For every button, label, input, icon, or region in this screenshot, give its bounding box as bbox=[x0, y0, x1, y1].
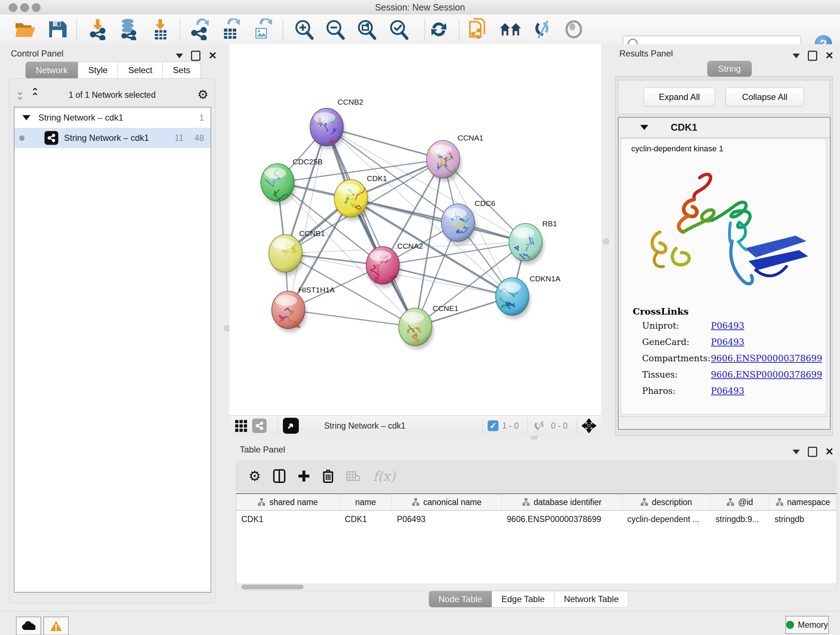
string-view-icon[interactable] bbox=[252, 418, 267, 433]
tab-network-table[interactable]: Network Table bbox=[554, 591, 629, 608]
gene-collapse-icon[interactable] bbox=[640, 125, 648, 130]
network-node-label: CCNA1 bbox=[458, 134, 483, 142]
expand-all-button[interactable]: Expand All bbox=[644, 88, 715, 106]
import-table-file-icon[interactable] bbox=[149, 18, 172, 41]
network-options-gear-icon[interactable]: ⚙ bbox=[197, 87, 208, 102]
network-node-CCNB2[interactable]: CCNB2 bbox=[310, 98, 363, 149]
network-node-CDC25B[interactable]: CDC25B bbox=[261, 157, 323, 205]
memory-label: Memory bbox=[798, 620, 828, 630]
column-header-canonical-name[interactable]: canonical name bbox=[392, 494, 502, 510]
panel-float-icon[interactable] bbox=[191, 51, 201, 61]
toolbar-separator bbox=[278, 418, 278, 433]
panel-menu-icon[interactable] bbox=[793, 450, 800, 454]
network-node-RB1[interactable]: RB1 bbox=[509, 219, 557, 264]
import-network-file-icon[interactable] bbox=[87, 18, 110, 41]
export-network-icon[interactable] bbox=[188, 18, 211, 41]
column-header-description[interactable]: description bbox=[622, 494, 711, 510]
panel-close-icon[interactable]: ✕ bbox=[825, 52, 834, 60]
crosslink-link[interactable]: 9606.ENSP00000378699 bbox=[711, 353, 822, 363]
column-header-database-identifier[interactable]: database identifier bbox=[502, 494, 622, 510]
network-edge[interactable] bbox=[288, 127, 327, 310]
table-toolbar: ⚙ f(x) bbox=[236, 461, 836, 492]
toggle-glass-icon[interactable] bbox=[562, 18, 585, 41]
warning-button[interactable] bbox=[43, 616, 69, 635]
panel-menu-icon[interactable] bbox=[793, 54, 800, 58]
network-node-CCNA2[interactable]: CCNA2 bbox=[366, 242, 423, 288]
panel-float-icon[interactable] bbox=[808, 447, 817, 457]
tab-string[interactable]: String bbox=[707, 61, 752, 77]
cloud-status-button[interactable] bbox=[16, 616, 41, 635]
column-header-id[interactable]: @id bbox=[711, 494, 769, 510]
table-settings-gear-icon[interactable]: ⚙ bbox=[248, 468, 261, 484]
tab-edge-table[interactable]: Edge Table bbox=[492, 591, 554, 608]
crosslink-link[interactable]: 9606.ENSP00000378699 bbox=[711, 370, 822, 380]
vertical-splitter-left[interactable] bbox=[224, 44, 229, 611]
selected-checkbox[interactable]: ✓ bbox=[488, 420, 499, 431]
column-header-shared-name[interactable]: shared name bbox=[236, 494, 340, 510]
grid-view-icon[interactable] bbox=[235, 420, 247, 432]
network-collection-row[interactable]: String Network – cdk1 1 bbox=[14, 108, 210, 128]
zoom-out-icon[interactable] bbox=[324, 18, 347, 41]
share-document-icon[interactable] bbox=[467, 18, 490, 41]
crosslink-link[interactable]: P06493 bbox=[711, 321, 745, 331]
network-node-label: CCNA2 bbox=[397, 242, 423, 250]
zoom-selected-icon[interactable] bbox=[387, 18, 410, 41]
zoom-fit-icon[interactable] bbox=[355, 18, 378, 41]
splitter-handle[interactable] bbox=[603, 238, 609, 244]
tab-network[interactable]: Network bbox=[25, 62, 78, 79]
refresh-icon[interactable] bbox=[427, 18, 450, 41]
pan-crosshair-icon[interactable] bbox=[582, 418, 596, 433]
network-node-CDC6[interactable]: CDC6 bbox=[441, 199, 495, 245]
scrollbar-thumb[interactable] bbox=[241, 585, 303, 589]
add-column-icon[interactable] bbox=[298, 470, 310, 482]
open-session-icon[interactable] bbox=[14, 18, 37, 41]
memory-button[interactable]: Memory bbox=[785, 616, 829, 634]
tab-select[interactable]: Select bbox=[118, 62, 163, 79]
collection-expand-icon[interactable] bbox=[22, 115, 30, 120]
network-node-CCNE1[interactable]: CCNE1 bbox=[399, 304, 458, 349]
panel-close-icon[interactable]: ✕ bbox=[208, 52, 217, 60]
hidden-eye-icon[interactable] bbox=[533, 420, 547, 431]
delete-column-icon[interactable] bbox=[322, 469, 334, 483]
column-header-name[interactable]: name bbox=[340, 494, 392, 510]
clear-table-icon[interactable] bbox=[346, 470, 361, 482]
gene-details: cyclin-dependent kinase 1 bbox=[621, 139, 826, 415]
tab-sets[interactable]: Sets bbox=[163, 62, 201, 79]
column-header-namespace[interactable]: namespace bbox=[769, 494, 836, 510]
collapse-all-button[interactable]: Collapse All bbox=[725, 88, 804, 106]
network-edge[interactable] bbox=[327, 127, 415, 327]
export-image-icon[interactable] bbox=[250, 18, 273, 41]
results-scroll-gutter[interactable] bbox=[619, 416, 830, 429]
import-network-database-icon[interactable] bbox=[117, 18, 140, 41]
save-session-icon[interactable] bbox=[46, 18, 69, 41]
network-edge[interactable] bbox=[351, 198, 526, 242]
table-horizontal-scrollbar[interactable] bbox=[236, 584, 836, 591]
panel-float-icon[interactable] bbox=[808, 51, 817, 61]
crosslink-label: Uniprot: bbox=[642, 321, 679, 331]
tab-node-table[interactable]: Node Table bbox=[429, 591, 492, 608]
network-edge[interactable] bbox=[288, 310, 415, 327]
panel-close-icon[interactable]: ✕ bbox=[825, 448, 834, 456]
export-table-icon[interactable] bbox=[219, 18, 242, 41]
zoom-in-icon[interactable] bbox=[292, 18, 316, 41]
gene-header-row[interactable]: CDK1 bbox=[619, 118, 830, 138]
attribute-icon bbox=[726, 498, 734, 507]
window-title: Session: New Session bbox=[0, 2, 840, 13]
table-row[interactable]: CDK1 CDK1 P06493 9606.ENSP00000378699 cy… bbox=[236, 511, 837, 527]
tab-style[interactable]: Style bbox=[78, 62, 118, 79]
string-home-icon[interactable] bbox=[499, 18, 522, 41]
function-builder-icon[interactable]: f(x) bbox=[373, 469, 395, 484]
network-row[interactable]: String Network – cdk1 11 48 bbox=[14, 128, 210, 148]
crosslink-link[interactable]: P06493 bbox=[711, 386, 745, 396]
vertical-splitter-right[interactable] bbox=[601, 44, 611, 440]
network-node-CCNA1[interactable]: CCNA1 bbox=[426, 134, 483, 182]
network-canvas[interactable]: CCNB2CCNA1CDC25BCDK1CDC6RB1CCNB1CCNA2CDK… bbox=[229, 44, 601, 415]
network-node-HIST1H1A[interactable]: HIST1H1A bbox=[272, 286, 335, 333]
network-node-CCNB1[interactable]: CCNB1 bbox=[269, 229, 325, 276]
hide-unhide-icon[interactable] bbox=[531, 18, 554, 41]
show-columns-icon[interactable] bbox=[273, 469, 286, 483]
panel-menu-icon[interactable] bbox=[176, 54, 183, 58]
network-node-CDKN1A[interactable]: CDKN1A bbox=[496, 274, 561, 319]
birds-eye-view-icon[interactable] bbox=[283, 418, 299, 434]
crosslink-link[interactable]: P06493 bbox=[711, 337, 745, 347]
